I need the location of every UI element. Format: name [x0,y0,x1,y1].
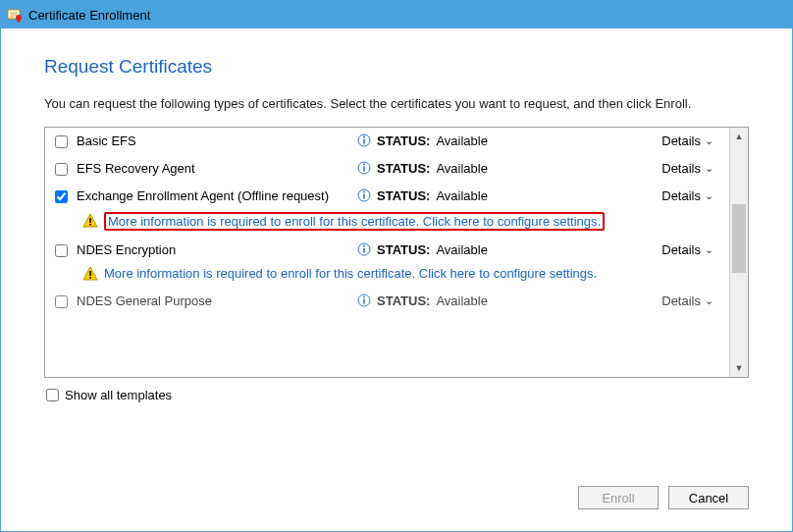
scrollbar[interactable]: ▲ ▼ [729,128,748,377]
cert-checkbox-exchange-enrollment[interactable] [55,190,68,203]
cert-row-ndes-general[interactable]: NDES General Purpose STATUS: Available D… [45,288,729,313]
configure-link-exchange-enrollment[interactable]: More information is required to enroll f… [108,214,601,229]
svg-rect-11 [89,218,91,223]
cert-checkbox-efs-recovery[interactable] [55,163,68,176]
scroll-track[interactable] [730,145,748,359]
cert-checkbox-ndes-general[interactable] [55,295,68,308]
details-toggle[interactable]: Details ⌄ [603,293,719,308]
svg-rect-6 [363,167,365,172]
scroll-up-icon[interactable]: ▲ [730,128,748,145]
certificate-list: Basic EFS STATUS: Available Details ⌄ EF… [44,127,749,378]
cert-name: Basic EFS [73,133,357,149]
chevron-down-icon: ⌄ [705,294,714,307]
cert-checkbox-basic-efs[interactable] [55,135,68,148]
content-area: Request Certificates You can request the… [1,28,792,531]
titlebar: Certificate Enrollment [1,1,792,28]
details-toggle[interactable]: Details ⌄ [603,242,719,257]
svg-rect-9 [363,194,365,199]
certificate-list-body: Basic EFS STATUS: Available Details ⌄ EF… [45,128,729,377]
cert-row-basic-efs[interactable]: Basic EFS STATUS: Available Details ⌄ [45,128,729,155]
cert-checkbox-ndes-encryption[interactable] [55,244,68,257]
warning-icon [82,213,98,229]
svg-point-20 [363,296,365,298]
info-icon [357,293,371,307]
svg-point-7 [363,164,365,166]
svg-point-15 [363,245,365,247]
warning-icon [82,266,98,282]
cert-row-efs-recovery[interactable]: EFS Recovery Agent STATUS: Available Det… [45,155,729,183]
svg-rect-14 [363,248,365,253]
cert-row-exchange-enrollment[interactable]: Exchange Enrollment Agent (Offline reque… [45,183,729,210]
info-icon [357,161,371,175]
cert-warning-ndes-encryption: More information is required to enroll f… [45,264,729,288]
info-icon [357,188,371,202]
cert-name: Exchange Enrollment Agent (Offline reque… [73,188,357,204]
show-all-label: Show all templates [65,388,172,402]
cert-name: NDES General Purpose [73,293,357,309]
certificate-icon [7,7,23,23]
details-toggle[interactable]: Details ⌄ [603,161,719,176]
cert-name: EFS Recovery Agent [73,161,357,177]
details-toggle[interactable]: Details ⌄ [603,188,719,203]
info-icon [357,133,371,147]
svg-rect-12 [89,224,91,226]
status-label: STATUS: [377,242,430,257]
status-value: Available [436,242,488,257]
chevron-down-icon: ⌄ [705,134,714,147]
show-all-row: Show all templates [44,388,749,402]
highlight-box: More information is required to enroll f… [104,212,605,231]
cert-row-ndes-encryption[interactable]: NDES Encryption STATUS: Available Detail… [45,237,729,264]
chevron-down-icon: ⌄ [705,189,714,202]
details-toggle[interactable]: Details ⌄ [603,133,719,148]
chevron-down-icon: ⌄ [705,162,714,175]
status-value: Available [436,133,488,148]
chevron-down-icon: ⌄ [705,243,714,256]
window-title: Certificate Enrollment [28,8,150,23]
status-value: Available [436,161,488,176]
cert-warning-exchange-enrollment: More information is required to enroll f… [45,210,729,237]
status-label: STATUS: [377,188,430,203]
status-label: STATUS: [377,293,430,308]
configure-link-ndes-encryption[interactable]: More information is required to enroll f… [104,266,597,281]
svg-rect-17 [89,277,91,279]
svg-rect-3 [363,139,365,144]
certificate-enrollment-window: Certificate Enrollment Request Certifica… [0,0,793,532]
page-heading: Request Certificates [44,56,749,78]
info-icon [357,242,371,256]
svg-rect-19 [363,299,365,304]
show-all-checkbox[interactable] [46,389,59,401]
svg-rect-16 [89,271,91,276]
enroll-button[interactable]: Enroll [578,486,659,509]
svg-point-4 [363,136,365,138]
svg-point-10 [363,191,365,193]
status-label: STATUS: [377,161,430,176]
button-bar: Enroll Cancel [578,486,749,509]
cancel-button[interactable]: Cancel [668,486,749,509]
scroll-down-icon[interactable]: ▼ [730,359,748,377]
status-value: Available [436,293,488,308]
status-value: Available [436,188,488,203]
status-label: STATUS: [377,133,430,148]
scroll-thumb[interactable] [732,204,746,273]
cert-name: NDES Encryption [73,242,357,258]
page-instruction: You can request the following types of c… [44,95,749,113]
